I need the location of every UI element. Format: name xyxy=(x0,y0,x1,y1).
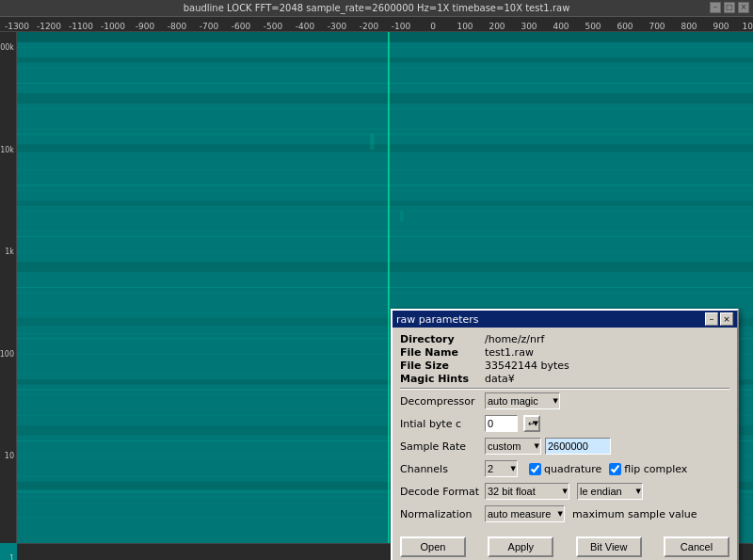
normalization-control: auto measure none maximum sample value xyxy=(485,505,729,522)
filename-value: test1.raw xyxy=(485,346,534,359)
close-button[interactable]: × xyxy=(738,2,749,13)
dialog-title-bar[interactable]: raw parameters – × xyxy=(393,311,737,328)
freq-tick: 400 xyxy=(553,22,569,31)
freq-tick: -1200 xyxy=(37,22,61,31)
initial-byte-row: Intial byte c ↵ xyxy=(400,414,729,433)
decode-format-label: Decode Format xyxy=(400,486,485,498)
vert-tick: 1 xyxy=(9,554,14,561)
dialog-title-label: raw parameters xyxy=(396,313,479,326)
channels-select[interactable]: 2 1 xyxy=(485,460,518,477)
directory-row: Directory /home/z/nrf xyxy=(400,333,729,345)
dialog-close-button[interactable]: × xyxy=(720,312,733,326)
quadrature-text: quadrature xyxy=(544,463,601,475)
sample-rate-row: Sample Rate custom 8000 44100 xyxy=(400,437,729,456)
dialog-window-controls[interactable]: – × xyxy=(705,312,733,326)
filename-label: File Name xyxy=(400,346,485,359)
initial-byte-label: Intial byte c xyxy=(400,418,485,430)
channels-row: Channels 2 1 quadrature flip complex xyxy=(400,459,729,478)
initial-byte-spin-wrapper[interactable]: ↵ xyxy=(523,415,540,432)
decompressor-row: Decompressor auto magic xyxy=(400,392,729,410)
decode-format-control: 32 bit float 8 bit unsigned 16 bit signe… xyxy=(485,483,729,500)
filesize-row: File Size 33542144 bytes xyxy=(400,360,729,372)
vert-tick: 10 xyxy=(5,452,14,460)
decode-format-select-wrapper[interactable]: 32 bit float 8 bit unsigned 16 bit signe… xyxy=(485,483,569,500)
title-bar: baudline LOCK FFT=2048 sample_rate=26000… xyxy=(0,0,753,17)
svg-rect-35 xyxy=(17,57,753,62)
quadrature-checkbox[interactable] xyxy=(529,463,541,475)
apply-button[interactable]: Apply xyxy=(488,536,553,557)
decompressor-control: auto magic xyxy=(485,392,729,409)
dialog-footer: Open Apply Bit View Cancel xyxy=(393,533,737,560)
decompressor-select[interactable]: auto magic xyxy=(485,392,560,409)
minimize-button[interactable]: – xyxy=(710,2,721,13)
open-button[interactable]: Open xyxy=(400,536,466,557)
freq-tick: -700 xyxy=(200,22,218,31)
freq-tick: 1000 xyxy=(743,22,753,31)
freq-tick: 700 xyxy=(649,22,665,31)
freq-tick: -500 xyxy=(264,22,282,31)
initial-byte-spin-button[interactable]: ↵ xyxy=(523,415,540,432)
freq-tick: -900 xyxy=(136,22,154,31)
decompressor-label: Decompressor xyxy=(400,395,485,408)
vertical-ruler: 100k10k1k100101 xyxy=(0,32,17,543)
normalization-select-wrapper[interactable]: auto measure none xyxy=(485,505,565,522)
sample-rate-control: custom 8000 44100 xyxy=(485,438,729,455)
magic-row: Magic Hints data¥ xyxy=(400,373,729,385)
cancel-button[interactable]: Cancel xyxy=(664,536,729,557)
svg-rect-38 xyxy=(17,200,753,205)
svg-rect-36 xyxy=(17,93,753,104)
bit-view-button[interactable]: Bit View xyxy=(576,536,642,557)
flip-complex-checkbox[interactable] xyxy=(609,463,621,475)
freq-tick: 800 xyxy=(681,22,697,31)
sample-rate-input[interactable] xyxy=(545,438,611,455)
channels-label: Channels xyxy=(400,463,485,475)
quadrature-label[interactable]: quadrature xyxy=(529,463,601,475)
decode-format-select[interactable]: 32 bit float 8 bit unsigned 16 bit signe… xyxy=(485,483,569,500)
freq-tick: 200 xyxy=(489,22,505,31)
decompressor-select-wrapper[interactable]: auto magic xyxy=(485,392,560,409)
svg-rect-45 xyxy=(370,135,374,150)
dialog-body: Directory /home/z/nrf File Name test1.ra… xyxy=(393,328,737,533)
normalization-label: Normalization xyxy=(400,508,485,520)
frequency-ruler: -1300-1200-1100-1000-900-800-700-600-500… xyxy=(0,17,753,32)
window-controls[interactable]: – □ × xyxy=(710,2,749,13)
endian-select[interactable]: le endian be endian xyxy=(577,483,643,500)
sample-rate-select-wrapper[interactable]: custom 8000 44100 xyxy=(485,438,541,455)
maximize-button[interactable]: □ xyxy=(724,2,735,13)
sample-rate-label: Sample Rate xyxy=(400,440,485,453)
freq-tick: -400 xyxy=(296,22,314,31)
window-title: baudline LOCK FFT=2048 sample_rate=26000… xyxy=(184,2,570,15)
freq-tick: 500 xyxy=(585,22,601,31)
normalization-unit: maximum sample value xyxy=(572,508,697,520)
filesize-value: 33542144 bytes xyxy=(485,360,569,372)
freq-tick: 300 xyxy=(521,22,537,31)
vert-tick: 100 xyxy=(0,349,14,358)
freq-tick: -300 xyxy=(328,22,346,31)
svg-rect-34 xyxy=(17,32,753,42)
channels-select-wrapper[interactable]: 2 1 xyxy=(485,460,518,477)
channels-control: 2 1 quadrature flip complex xyxy=(485,460,729,477)
initial-byte-control: ↵ xyxy=(485,415,729,432)
freq-tick: -1300 xyxy=(5,22,29,31)
decode-format-row: Decode Format 32 bit float 8 bit unsigne… xyxy=(400,482,729,501)
sample-rate-select[interactable]: custom 8000 44100 xyxy=(485,438,541,455)
raw-parameters-dialog: raw parameters – × Directory /home/z/nrf… xyxy=(391,309,739,560)
svg-rect-46 xyxy=(400,211,404,221)
freq-tick: -200 xyxy=(360,22,378,31)
initial-byte-input[interactable] xyxy=(485,415,518,432)
freq-tick: -1100 xyxy=(69,22,93,31)
filename-row: File Name test1.raw xyxy=(400,346,729,359)
freq-tick: -800 xyxy=(168,22,186,31)
svg-rect-39 xyxy=(17,262,753,272)
magic-label: Magic Hints xyxy=(400,373,485,385)
flip-complex-label[interactable]: flip complex xyxy=(609,463,687,475)
normalization-select[interactable]: auto measure none xyxy=(485,505,565,522)
freq-tick: 0 xyxy=(430,22,436,31)
flip-complex-text: flip complex xyxy=(624,463,687,475)
dialog-minimize-button[interactable]: – xyxy=(705,312,718,326)
magic-value: data¥ xyxy=(485,373,515,385)
directory-label: Directory xyxy=(400,333,485,345)
endian-select-wrapper[interactable]: le endian be endian xyxy=(577,483,643,500)
filesize-label: File Size xyxy=(400,360,485,372)
directory-value: /home/z/nrf xyxy=(485,333,544,345)
